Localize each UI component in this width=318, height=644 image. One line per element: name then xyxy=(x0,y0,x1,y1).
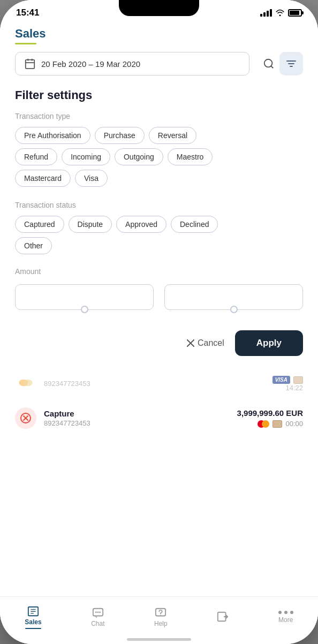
calendar-icon xyxy=(24,58,36,70)
chip-reader-icon xyxy=(293,376,303,384)
date-range-text: 20 Feb 2020 – 19 Mar 2020 xyxy=(41,59,140,69)
nav-item-sales[interactable]: Sales xyxy=(16,603,50,632)
transaction-type-chips-2: Refund Incoming Outgoing Maestro xyxy=(15,148,303,165)
transaction-status-label: Transaction status xyxy=(15,201,303,209)
declined-icon xyxy=(15,407,36,429)
svg-line-5 xyxy=(271,66,273,68)
amount-sliders xyxy=(15,284,303,310)
transaction-item[interactable]: Capture 892347723453 3,999,999.60 EUR 00… xyxy=(0,400,318,436)
date-bar: 20 Feb 2020 – 19 Mar 2020 xyxy=(0,44,318,83)
transaction-type-chips-3: Mastercard Visa xyxy=(15,170,303,187)
mastercard-icon xyxy=(258,420,269,428)
chip-refund[interactable]: Refund xyxy=(15,148,57,165)
svg-point-25 xyxy=(161,615,161,616)
partial-trans-right: VISA 14:22 xyxy=(272,374,303,392)
chip-pre-authorisation[interactable]: Pre Authorisation xyxy=(15,127,90,144)
transaction-type-chips: Pre Authorisation Purchase Reversal xyxy=(15,127,303,144)
svg-point-21 xyxy=(95,611,97,613)
page-title: Sales xyxy=(15,27,303,41)
search-button[interactable] xyxy=(258,53,279,74)
cancel-x-icon xyxy=(187,339,194,347)
status-icons xyxy=(260,9,302,18)
help-nav-icon xyxy=(155,607,166,619)
trans-info: Capture 892347723453 xyxy=(44,409,237,427)
partial-trans-info: 892347723453 xyxy=(44,378,272,388)
sales-nav-icon xyxy=(27,605,39,617)
nav-item-logout[interactable] xyxy=(208,609,237,626)
svg-point-12 xyxy=(24,380,33,387)
svg-point-22 xyxy=(97,611,99,613)
battery-icon xyxy=(288,9,302,17)
partial-trans-icon xyxy=(15,372,36,393)
trans-id: 892347723453 xyxy=(44,419,237,427)
chip-incoming[interactable]: Incoming xyxy=(62,148,110,165)
trans-right: 3,999,999.60 EUR 00:00 xyxy=(237,408,303,428)
visa-badge: VISA xyxy=(272,376,290,384)
trans-payment-icons: 00:00 xyxy=(237,420,303,428)
filter-title: Filter settings xyxy=(15,83,303,102)
chip-purchase[interactable]: Purchase xyxy=(95,127,145,144)
svg-point-23 xyxy=(99,611,101,613)
trans-type: Capture xyxy=(44,409,237,418)
filter-lines-icon xyxy=(286,59,297,68)
phone-screen: 15:41 Sales xyxy=(0,0,318,644)
x-circle-icon xyxy=(20,413,31,423)
apply-button[interactable]: Apply xyxy=(235,330,303,356)
amount-section: Amount xyxy=(0,259,318,321)
svg-rect-0 xyxy=(26,60,35,69)
nav-label-more: More xyxy=(278,616,293,624)
slider-min-handle[interactable] xyxy=(81,306,88,313)
partial-trans-time: 14:22 xyxy=(272,384,303,392)
chip-approved[interactable]: Approved xyxy=(116,216,166,233)
amount-label: Amount xyxy=(15,267,303,276)
nav-item-help[interactable]: Help xyxy=(146,605,176,630)
trans-amount: 3,999,999.60 EUR xyxy=(237,408,303,418)
trans-time: 00:00 xyxy=(285,420,303,428)
chip-maestro[interactable]: Maestro xyxy=(168,148,213,165)
bottom-nav: Sales Chat Help xyxy=(0,596,318,635)
filter-panel: Filter settings Transaction type Pre Aut… xyxy=(0,83,318,259)
chip-icon xyxy=(272,420,282,428)
partial-trans-id: 892347723453 xyxy=(44,380,272,388)
phone-frame: 15:41 Sales xyxy=(0,0,318,644)
chat-nav-icon xyxy=(92,607,104,619)
action-bar: Cancel Apply xyxy=(0,321,318,367)
chip-dispute[interactable]: Dispute xyxy=(69,216,112,233)
transaction-type-label: Transaction type xyxy=(15,112,303,120)
wifi-icon xyxy=(275,9,285,18)
chip-declined[interactable]: Declined xyxy=(171,216,218,233)
svg-point-4 xyxy=(264,59,272,67)
amount-min-input[interactable] xyxy=(15,284,154,310)
chip-captured[interactable]: Captured xyxy=(15,216,64,233)
partial-trans-icons: VISA xyxy=(272,376,303,384)
home-bar xyxy=(127,638,191,641)
filter-button[interactable] xyxy=(279,52,303,75)
partial-logo-icon xyxy=(18,377,33,388)
chip-reversal[interactable]: Reversal xyxy=(149,127,196,144)
nav-item-more[interactable]: More xyxy=(270,609,302,626)
page-header: Sales xyxy=(0,21,318,44)
notch xyxy=(119,0,199,16)
nav-label-help: Help xyxy=(154,620,168,627)
transaction-status-chips-2: Other xyxy=(15,237,303,254)
slider-max-handle[interactable] xyxy=(230,306,238,313)
status-time: 15:41 xyxy=(16,7,39,18)
logout-nav-icon xyxy=(217,611,229,623)
search-icon xyxy=(263,58,275,70)
date-range-selector[interactable]: 20 Feb 2020 – 19 Mar 2020 xyxy=(15,52,249,75)
transaction-status-chips: Captured Dispute Approved Declined xyxy=(15,216,303,233)
more-dots-icon xyxy=(278,611,293,614)
signal-icon xyxy=(260,9,272,17)
chip-visa[interactable]: Visa xyxy=(75,170,108,187)
nav-label-chat: Chat xyxy=(91,620,104,627)
home-indicator xyxy=(0,634,318,644)
amount-max-input[interactable] xyxy=(164,284,303,310)
cancel-button[interactable]: Cancel xyxy=(187,338,224,348)
chip-other[interactable]: Other xyxy=(15,237,52,254)
chip-mastercard[interactable]: Mastercard xyxy=(15,170,71,187)
transaction-partial[interactable]: 892347723453 VISA 14:22 xyxy=(0,367,318,399)
main-content: Sales 20 Feb 2020 – 19 Mar 2020 xyxy=(0,21,318,596)
nav-active-indicator xyxy=(25,628,41,630)
nav-item-chat[interactable]: Chat xyxy=(82,605,113,630)
chip-outgoing[interactable]: Outgoing xyxy=(115,148,163,165)
